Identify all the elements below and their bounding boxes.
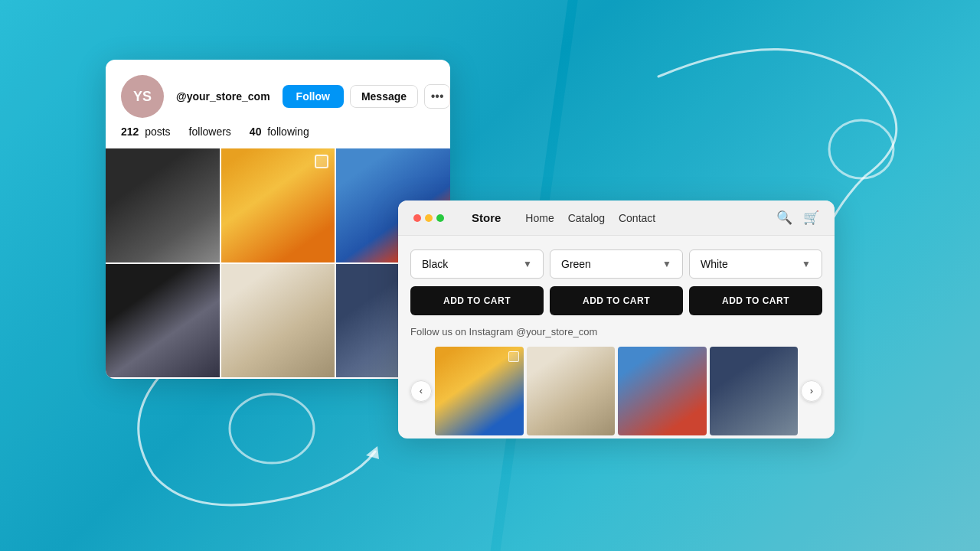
variant-select-white[interactable]: White ▼ xyxy=(689,249,822,279)
chevron-down-icon-white: ▼ xyxy=(802,259,811,269)
ig-photo-4[interactable] xyxy=(106,264,220,378)
feed-prev-button[interactable]: ‹ xyxy=(410,380,432,402)
photo-bg-1 xyxy=(106,148,220,262)
dot-minimize xyxy=(425,214,433,222)
followers-label: followers xyxy=(189,126,231,138)
ig-actions: Follow Message ••• xyxy=(283,84,450,109)
store-brand: Store xyxy=(472,211,501,224)
feed-img-1[interactable] xyxy=(435,347,524,435)
posts-stat: 212 posts xyxy=(121,126,171,138)
avatar: YS xyxy=(121,75,164,118)
store-instagram-feed: ‹ › xyxy=(410,347,822,435)
add-to-cart-green[interactable]: ADD TO CART xyxy=(550,286,683,315)
add-to-cart-black[interactable]: ADD TO CART xyxy=(410,286,544,315)
ig-photo-1[interactable] xyxy=(106,148,220,262)
cart-icon[interactable]: 🛒 xyxy=(803,210,819,226)
following-stat: 40 following xyxy=(250,126,309,138)
store-follow-text: Follow us on Instagram @your_store_com xyxy=(410,326,822,337)
chevron-down-icon-black: ▼ xyxy=(523,259,532,269)
following-label: following xyxy=(267,126,309,138)
feed-bg-2 xyxy=(527,347,616,435)
feed-bg-3 xyxy=(618,347,707,435)
feed-images xyxy=(435,347,798,435)
dot-close xyxy=(413,214,421,222)
nav-link-home[interactable]: Home xyxy=(525,212,554,224)
more-button[interactable]: ••• xyxy=(424,84,450,109)
photo-bg-4 xyxy=(106,264,220,378)
photo-bg-5 xyxy=(221,264,335,378)
ig-photo-2[interactable] xyxy=(221,148,335,262)
store-nav-links: Home Catalog Contact xyxy=(525,212,758,224)
store-content: Black ▼ Green ▼ White ▼ ADD TO CART ADD … xyxy=(398,236,835,435)
store-panel: Store Home Catalog Contact 🔍 🛒 Black ▼ G… xyxy=(398,201,835,439)
feed-img-2[interactable] xyxy=(527,347,616,435)
add-to-cart-row: ADD TO CART ADD TO CART ADD TO CART xyxy=(410,286,822,315)
ig-stats: 212 posts followers 40 following xyxy=(106,126,450,148)
ig-username: @your_store_com xyxy=(176,90,270,103)
ig-header: YS @your_store_com Follow Message ••• xyxy=(106,60,450,126)
search-icon[interactable]: 🔍 xyxy=(776,210,792,226)
svg-point-3 xyxy=(230,394,314,463)
variant-select-green[interactable]: Green ▼ xyxy=(550,249,683,279)
ig-photo-5[interactable] xyxy=(221,264,335,378)
posts-count: 212 xyxy=(121,126,139,138)
followers-stat: followers xyxy=(189,126,231,138)
feed-img-4[interactable] xyxy=(710,347,799,435)
product-variants: Black ▼ Green ▼ White ▼ xyxy=(410,249,822,279)
photo-overlay-2 xyxy=(315,155,328,168)
following-count: 40 xyxy=(250,126,262,138)
feed-next-button[interactable]: › xyxy=(801,380,822,402)
message-button[interactable]: Message xyxy=(350,85,418,108)
nav-link-contact[interactable]: Contact xyxy=(619,212,655,224)
svg-point-2 xyxy=(829,120,893,178)
chevron-down-icon-green: ▼ xyxy=(662,259,671,269)
feed-bg-4 xyxy=(710,347,799,435)
nav-link-catalog[interactable]: Catalog xyxy=(568,212,605,224)
store-navbar: Store Home Catalog Contact 🔍 🛒 xyxy=(398,201,835,236)
follow-button[interactable]: Follow xyxy=(283,85,344,108)
variant-white-label: White xyxy=(701,258,728,270)
variant-black-label: Black xyxy=(422,258,448,270)
svg-marker-1 xyxy=(366,446,379,459)
feed-img-3[interactable] xyxy=(618,347,707,435)
dot-maximize xyxy=(436,214,444,222)
variant-green-label: Green xyxy=(561,258,591,270)
window-controls xyxy=(413,214,444,222)
variant-select-black[interactable]: Black ▼ xyxy=(410,249,544,279)
feed-overlay-1 xyxy=(508,351,519,362)
store-nav-icons: 🔍 🛒 xyxy=(776,210,819,226)
add-to-cart-white[interactable]: ADD TO CART xyxy=(689,286,822,315)
posts-label: posts xyxy=(145,126,170,138)
